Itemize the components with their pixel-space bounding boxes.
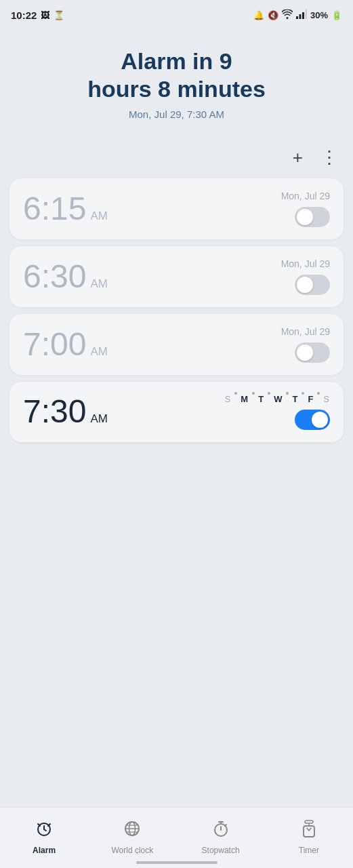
alarm-period: AM bbox=[90, 345, 108, 359]
nav-label-timer: Timer bbox=[299, 846, 319, 855]
alarm-date: Mon, Jul 29 bbox=[281, 326, 330, 337]
day-s: S bbox=[225, 394, 232, 404]
toggle-knob bbox=[297, 277, 313, 293]
nav-item-timer[interactable]: Timer bbox=[265, 808, 353, 861]
alarm-period: AM bbox=[90, 277, 108, 291]
alarm-right: Mon, Jul 29 bbox=[281, 258, 330, 295]
world-clock-nav-icon bbox=[123, 819, 142, 843]
alarm-toggle[interactable] bbox=[295, 275, 330, 295]
nav-label-world-clock: World clock bbox=[111, 846, 153, 855]
day-dot bbox=[234, 392, 237, 395]
timer-status-icon: ⏳ bbox=[54, 10, 64, 20]
day-dot bbox=[317, 392, 320, 395]
bottom-nav: Alarm World clock bbox=[0, 807, 353, 868]
photo-icon: 🖼 bbox=[41, 10, 49, 20]
alarm-time: 7:00 bbox=[23, 328, 86, 361]
battery-text: 30% bbox=[310, 10, 328, 20]
nav-label-alarm: Alarm bbox=[33, 846, 56, 855]
day-m: M bbox=[241, 394, 249, 404]
alarm-toggle[interactable] bbox=[295, 342, 330, 363]
alarm-datetime: Mon, Jul 29, 7:30 AM bbox=[14, 108, 339, 120]
alarm-time: 7:30 bbox=[23, 395, 86, 428]
svg-rect-0 bbox=[296, 16, 298, 19]
alarm-period: AM bbox=[90, 412, 108, 426]
alarm-toggle[interactable] bbox=[295, 207, 330, 227]
alarm-time-group: 7:00 AM bbox=[23, 328, 108, 361]
status-time: 10:22 bbox=[11, 9, 37, 21]
nav-item-alarm[interactable]: Alarm bbox=[0, 808, 88, 861]
alarm-toggle-active[interactable] bbox=[295, 410, 330, 430]
toggle-knob bbox=[297, 209, 313, 225]
wifi-icon bbox=[282, 9, 293, 21]
stopwatch-nav-icon bbox=[211, 819, 230, 843]
toggle-knob bbox=[297, 344, 313, 361]
nav-item-world-clock[interactable]: World clock bbox=[88, 808, 176, 861]
alarm-period: AM bbox=[90, 210, 108, 223]
day-f: F bbox=[308, 394, 314, 404]
nav-label-stopwatch: Stopwatch bbox=[202, 846, 240, 855]
alarm-right: Mon, Jul 29 bbox=[281, 326, 330, 363]
battery-icon: 🔋 bbox=[331, 10, 342, 20]
day-t2: T bbox=[292, 394, 298, 404]
countdown-line1: Alarm in 9 bbox=[121, 48, 232, 74]
more-options-button[interactable]: ⋮ bbox=[318, 146, 341, 169]
svg-rect-1 bbox=[299, 14, 301, 19]
svg-rect-3 bbox=[305, 9, 307, 19]
day-w: W bbox=[274, 394, 283, 404]
alarm-status-icon: 🔔 bbox=[253, 10, 264, 20]
signal-icon bbox=[296, 9, 307, 21]
alarm-right: Mon, Jul 29 bbox=[281, 191, 330, 227]
mute-icon: 🔇 bbox=[268, 10, 278, 20]
bottom-nav-wrap: Alarm World clock bbox=[0, 807, 353, 868]
day-t: T bbox=[258, 394, 264, 404]
day-dot bbox=[268, 392, 270, 395]
day-dot bbox=[252, 392, 255, 395]
alarm-days: S M T W T F S bbox=[225, 394, 330, 404]
alarm-card[interactable]: 6:15 AM Mon, Jul 29 bbox=[9, 178, 344, 239]
countdown-line2: hours 8 minutes bbox=[87, 76, 266, 102]
home-indicator bbox=[136, 861, 217, 864]
alarm-date: Mon, Jul 29 bbox=[281, 258, 330, 269]
alarm-nav-icon bbox=[35, 819, 54, 843]
alarm-countdown: Alarm in 9 hours 8 minutes bbox=[14, 47, 339, 103]
alarm-right: S M T W T F S bbox=[225, 394, 330, 430]
header-area: Alarm in 9 hours 8 minutes Mon, Jul 29, … bbox=[0, 27, 353, 140]
alarm-date: Mon, Jul 29 bbox=[281, 191, 330, 201]
alarm-card[interactable]: 7:00 AM Mon, Jul 29 bbox=[9, 314, 344, 375]
alarms-list: 6:15 AM Mon, Jul 29 6:30 AM Mon, Jul 29 … bbox=[0, 174, 353, 807]
status-right: 🔔 🔇 30% 🔋 bbox=[253, 9, 342, 21]
alarm-time-group: 7:30 AM bbox=[23, 395, 108, 428]
day-dot bbox=[302, 392, 304, 395]
toggle-knob bbox=[312, 412, 328, 428]
nav-item-stopwatch[interactable]: Stopwatch bbox=[177, 808, 265, 861]
alarm-time: 6:15 bbox=[23, 193, 86, 225]
alarm-card[interactable]: 7:30 AM S M T W T F S bbox=[9, 382, 344, 442]
alarm-time-group: 6:15 AM bbox=[23, 193, 108, 225]
alarm-card[interactable]: 6:30 AM Mon, Jul 29 bbox=[9, 246, 344, 307]
svg-rect-12 bbox=[304, 826, 314, 837]
status-left: 10:22 🖼 ⏳ bbox=[11, 9, 64, 21]
timer-nav-icon bbox=[299, 819, 318, 843]
svg-rect-2 bbox=[302, 12, 304, 19]
alarm-time-group: 6:30 AM bbox=[23, 260, 108, 293]
add-alarm-button[interactable]: + bbox=[290, 146, 306, 169]
status-bar: 10:22 🖼 ⏳ 🔔 🔇 30% 🔋 bbox=[0, 0, 353, 27]
day-s2: S bbox=[323, 394, 330, 404]
alarm-time: 6:30 bbox=[23, 260, 86, 293]
toolbar: + ⋮ bbox=[0, 140, 353, 174]
day-dot bbox=[286, 392, 289, 395]
